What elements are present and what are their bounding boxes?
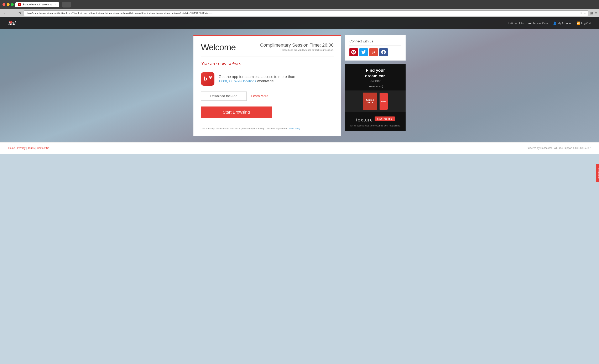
back-button[interactable]: ← <box>2 11 8 15</box>
boingo-wifi-logo-icon: boingo <box>8 20 16 26</box>
close-window-button[interactable] <box>2 3 5 6</box>
session-note: Please keep this window open to track yo… <box>260 49 334 51</box>
online-status-text: You are now online. <box>201 61 334 66</box>
tab-close-button[interactable]: ✕ <box>54 3 56 6</box>
tab-favicon: B <box>18 3 21 6</box>
svg-point-3 <box>210 78 211 79</box>
site-nav: boingo ℹ Airport Info ▬ Access Pass 👤 <box>0 17 599 29</box>
traffic-lights <box>2 3 14 6</box>
browser-menu-icon[interactable]: ≡ <box>595 11 597 15</box>
ad-trial-button[interactable]: Start Free Trial <box>375 116 395 121</box>
footer-links: Home | Privacy | Terms | Contact Us <box>8 147 49 150</box>
app-promo: b Get the app for seamless access to mor… <box>201 72 334 86</box>
nav-links: ℹ Airport Info ▬ Access Pass 👤 My Accoun… <box>508 21 591 25</box>
url-text: https://portal.boingohotspot.net/jfk.t8/… <box>26 12 579 14</box>
extensions-icon[interactable]: ⊞ <box>590 11 593 15</box>
google-plus-label: g+ <box>372 51 375 54</box>
wifi-locations-link[interactable]: 1,000,000 Wi-Fi locations <box>219 80 256 83</box>
connect-title: Connect with us <box>349 40 401 45</box>
social-icons: g+ <box>349 48 401 56</box>
refresh-button[interactable]: ↻ <box>17 11 22 16</box>
card-icon: ▬ <box>529 21 531 25</box>
twitter-icon[interactable] <box>359 48 368 56</box>
ad-tagline: An all-access pass to the world's best m… <box>349 124 401 127</box>
svg-text:b: b <box>204 76 207 82</box>
svg-point-1 <box>10 23 11 24</box>
session-time: Complimentary Session Time: 26:00 <box>260 43 334 48</box>
boingo-app-icon: b <box>201 72 214 86</box>
main-card: Welcome Complimentary Session Time: 26:0… <box>194 35 341 136</box>
site-footer: Home | Privacy | Terms | Contact Us Powe… <box>0 142 599 154</box>
ad-sub2: dream man.) <box>349 85 401 88</box>
footer-contact-link[interactable]: Contact Us <box>37 147 49 150</box>
footer-privacy-link[interactable]: Privacy <box>17 147 25 150</box>
ad-headline2: dream car. <box>349 74 401 78</box>
maximize-window-button[interactable] <box>11 3 14 6</box>
browser-tab[interactable]: B Boingo Hotspot | Welcome ✕ <box>15 2 59 7</box>
facebook-icon[interactable] <box>379 48 388 56</box>
boingo-logo[interactable]: boingo <box>8 20 16 26</box>
ad-card: Find your dream car. (Or your dream man.… <box>345 64 405 131</box>
feedback-tab[interactable]: feedback <box>596 164 599 182</box>
footer-sep-2: | <box>26 147 27 150</box>
forward-button[interactable]: → <box>9 11 15 15</box>
ad-sub: (Or your <box>349 79 401 82</box>
minimize-window-button[interactable] <box>7 3 9 6</box>
ad-image-area: ROAD & TRACK texture <box>345 90 405 112</box>
sidebar: Connect with us g+ <box>345 35 405 136</box>
google-plus-icon[interactable]: g+ <box>369 48 378 56</box>
browser-chrome: B Boingo Hotspot | Welcome ✕ ← → ↻ https… <box>0 0 599 17</box>
card-header: Welcome Complimentary Session Time: 26:0… <box>201 43 334 57</box>
bookmark-button[interactable]: ☆ <box>584 11 586 15</box>
download-row: Download the App Learn More <box>201 91 334 101</box>
footer-terms-link[interactable]: Terms <box>28 147 35 150</box>
welcome-title: Welcome <box>201 43 236 53</box>
new-tab-button[interactable] <box>62 2 71 8</box>
start-browsing-button[interactable]: Start Browsing <box>201 107 272 118</box>
ad-headline: Find your <box>349 68 401 73</box>
browser-toolbar: ← → ↻ https://portal.boingohotspot.net/j… <box>0 9 599 17</box>
pinterest-icon[interactable] <box>349 48 358 56</box>
url-bar[interactable]: https://portal.boingohotspot.net/jfk.t8/… <box>24 10 588 16</box>
url-clear-button[interactable]: ✕ <box>580 12 582 15</box>
download-app-button[interactable]: Download the App <box>201 91 247 101</box>
info-icon: ℹ <box>508 21 509 25</box>
my-account-link[interactable]: 👤 My Account <box>553 21 572 25</box>
website-body: boingo ℹ Airport Info ▬ Access Pass 👤 <box>0 17 599 142</box>
ad-brand-name: texture <box>356 117 373 123</box>
browser-titlebar: B Boingo Hotspot | Welcome ✕ <box>0 0 599 9</box>
airport-info-link[interactable]: ℹ Airport Info <box>508 21 524 25</box>
customer-agreement-link[interactable]: (view here) <box>289 127 300 130</box>
learn-more-link[interactable]: Learn More <box>251 94 268 98</box>
person-icon: 👤 <box>553 21 556 25</box>
phone-mockup: texture <box>379 93 388 110</box>
connect-card: Connect with us g+ <box>345 35 405 61</box>
footer-sep-1: | <box>16 147 17 150</box>
access-pass-link[interactable]: ▬ Access Pass <box>529 21 548 25</box>
content-area: Welcome Complimentary Session Time: 26:0… <box>185 29 414 142</box>
website: boingo ℹ Airport Info ▬ Access Pass 👤 <box>0 17 599 154</box>
ad-brand-row: texture Start Free Trial <box>349 115 401 123</box>
wifi-icon: 📶 <box>577 21 580 25</box>
session-info: Complimentary Session Time: 26:00 Please… <box>260 43 334 51</box>
magazine-cover: ROAD & TRACK <box>363 93 377 110</box>
legal-text: Use of Boingo software and services is g… <box>201 124 334 130</box>
footer-home-link[interactable]: Home <box>8 147 15 150</box>
log-out-link[interactable]: 📶 Log Out <box>577 21 591 25</box>
app-icon-graphic: b <box>203 74 213 84</box>
footer-sep-3: | <box>35 147 36 150</box>
app-promo-text: Get the app for seamless access to more … <box>219 75 295 83</box>
footer-powered-text: Powered by Concourse Toll-Free Support 1… <box>526 147 591 150</box>
tab-title: Boingo Hotspot | Welcome <box>23 3 53 6</box>
